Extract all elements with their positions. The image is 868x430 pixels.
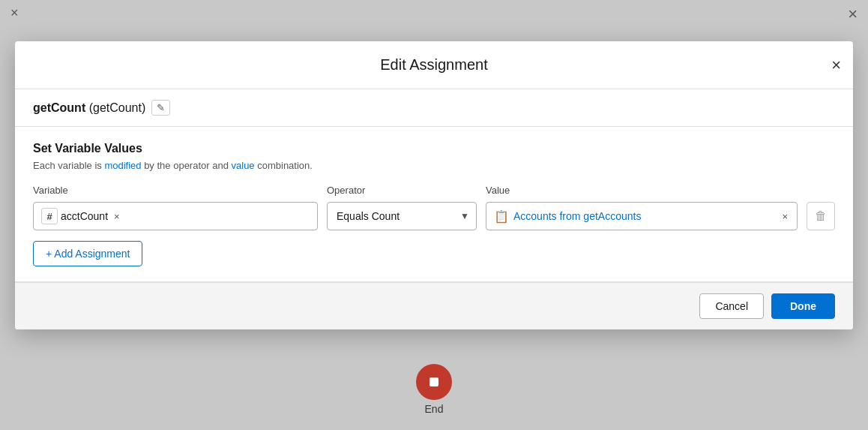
col-header-value: Value: [486, 185, 835, 196]
variable-remove-button[interactable]: ×: [112, 212, 121, 221]
delete-row-button[interactable]: 🗑: [807, 202, 835, 230]
modal-overlay: Edit Assignment × getCount (getCount) ✎ …: [0, 0, 868, 430]
modal-title: Edit Assignment: [380, 56, 487, 73]
operator-select-wrapper: Equals CountEqualsAddSubtractMultiplyDiv…: [327, 202, 477, 230]
col-header-operator: Operator: [327, 185, 477, 196]
cancel-button[interactable]: Cancel: [699, 293, 764, 319]
value-pill-label: Accounts from getAccounts: [513, 210, 776, 222]
trash-icon: 🗑: [815, 209, 827, 223]
variable-hash-icon: #: [41, 208, 58, 224]
edit-icon: ✎: [157, 102, 165, 113]
modal-header: Edit Assignment ×: [15, 41, 853, 89]
variable-input[interactable]: # acctCount ×: [33, 202, 318, 230]
variable-name-bold: getCount: [33, 101, 85, 114]
value-resource-icon: 📋: [494, 209, 509, 224]
section-title: Set Variable Values: [33, 142, 835, 155]
add-assignment-button[interactable]: + Add Assignment: [33, 241, 142, 266]
variable-name-parens: (getCount): [89, 101, 146, 114]
done-button[interactable]: Done: [771, 293, 835, 319]
col-header-variable: Variable: [33, 185, 318, 196]
variable-pill: # acctCount: [41, 208, 108, 224]
variable-pill-label: acctCount: [61, 210, 108, 222]
columns-header: Variable Operator Value: [33, 185, 835, 196]
variable-name-display: getCount (getCount): [33, 101, 145, 115]
desc-middle: by the operator and: [142, 160, 232, 171]
assignment-row: # acctCount × Equals CountEqualsAddSubtr…: [33, 202, 835, 230]
modal-footer: Cancel Done: [15, 282, 853, 329]
modal-close-button[interactable]: ×: [831, 57, 841, 74]
desc-value: value: [232, 160, 255, 171]
value-input[interactable]: 📋 Accounts from getAccounts ×: [486, 202, 798, 230]
desc-prefix: Each variable is: [33, 160, 104, 171]
set-variable-section: Set Variable Values Each variable is mod…: [15, 127, 853, 282]
modal-dialog: Edit Assignment × getCount (getCount) ✎ …: [15, 41, 853, 329]
variable-name-section: getCount (getCount) ✎: [15, 89, 853, 127]
operator-select[interactable]: Equals CountEqualsAddSubtractMultiplyDiv…: [327, 202, 477, 230]
section-description: Each variable is modified by the operato…: [33, 160, 835, 171]
desc-modified: modified: [104, 160, 141, 171]
edit-name-button[interactable]: ✎: [151, 100, 170, 116]
desc-suffix: combination.: [255, 160, 313, 171]
value-remove-button[interactable]: ×: [780, 212, 789, 221]
